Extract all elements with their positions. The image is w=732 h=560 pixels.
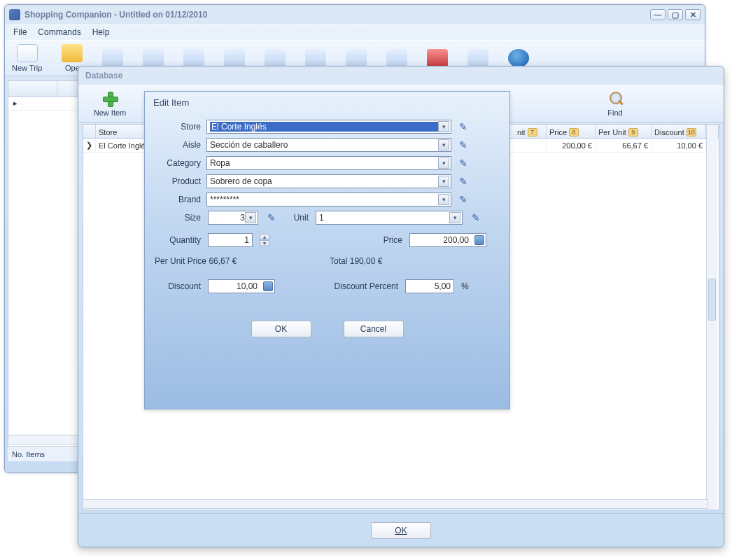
col-price[interactable]: Price 8: [547, 125, 596, 138]
minimize-button[interactable]: —: [650, 9, 666, 20]
label-brand: Brand: [155, 195, 201, 204]
tool-3[interactable]: [102, 49, 123, 67]
row-aisle: Aisle Sección de caballero ▾: [145, 136, 509, 154]
row-perunit-total: Per Unit Price 66,67 € Total 190,00 €: [145, 249, 509, 273]
edit-unit-icon[interactable]: [470, 211, 482, 224]
product-combo[interactable]: Sobrero de copa ▾: [206, 174, 451, 188]
main-titlebar[interactable]: Shopping Companion - Untitled on 01/12/2…: [5, 5, 705, 24]
edit-button-row: OK Cancel: [145, 295, 509, 337]
size-combo[interactable]: 3 ▾: [208, 211, 258, 225]
unit-value: 1: [319, 213, 449, 223]
chevron-down-icon[interactable]: ▾: [449, 212, 460, 223]
tool-help[interactable]: [508, 49, 529, 67]
store-combo[interactable]: El Corte Inglés ▾: [206, 120, 451, 134]
chevron-down-icon[interactable]: ▾: [438, 158, 449, 169]
close-button[interactable]: ✕: [685, 9, 701, 20]
menu-file[interactable]: File: [8, 25, 32, 40]
brand-value: *********: [210, 195, 438, 204]
brand-combo[interactable]: ********* ▾: [206, 192, 451, 206]
menu-help[interactable]: Help: [87, 25, 115, 40]
tool-new-item-label: New Item: [94, 108, 126, 117]
label-aisle: Aisle: [155, 140, 201, 150]
category-combo[interactable]: Ropa ▾: [206, 156, 451, 170]
label-per-unit-price: Per Unit Price: [155, 256, 206, 266]
ok-button[interactable]: OK: [251, 321, 311, 337]
col-badge-9: 9: [628, 128, 638, 136]
edit-product-icon[interactable]: [457, 175, 470, 188]
scrollbar-thumb[interactable]: [708, 279, 716, 321]
col-badge-7: 7: [528, 128, 537, 136]
tool-5[interactable]: [183, 49, 204, 67]
chevron-down-icon[interactable]: ▾: [245, 212, 256, 223]
tool-8[interactable]: [305, 49, 326, 67]
tool-6[interactable]: [224, 49, 245, 67]
tool-4[interactable]: [143, 49, 164, 67]
database-horizontal-scrollbar[interactable]: [83, 499, 708, 509]
aisle-value: Sección de caballero: [210, 140, 438, 150]
label-store: Store: [155, 122, 201, 132]
search-icon: [143, 49, 164, 67]
tool-new-item[interactable]: New Item: [85, 90, 134, 117]
cell-discount[interactable]: 10,00 €: [652, 139, 706, 152]
edit-aisle-icon[interactable]: [457, 139, 470, 151]
help-icon: [508, 49, 529, 67]
edit-category-icon[interactable]: [457, 157, 470, 169]
row-category: Category Ropa ▾: [145, 154, 509, 172]
database-vertical-scrollbar[interactable]: [706, 125, 717, 510]
tool-new-trip[interactable]: New Trip: [12, 44, 42, 72]
tool-10[interactable]: [386, 49, 407, 67]
spin-down-icon[interactable]: ▼: [260, 240, 269, 246]
quantity-stepper[interactable]: ▲ ▼: [260, 234, 269, 246]
new-trip-icon: [17, 44, 38, 62]
discount-value: 10,00: [237, 281, 258, 291]
discount-percent-input[interactable]: 5,00: [405, 279, 454, 293]
app-icon: [9, 9, 20, 20]
col-unit[interactable]: nit 7: [514, 125, 547, 138]
edit-brand-icon[interactable]: [457, 193, 470, 206]
spin-up-icon[interactable]: ▲: [260, 234, 269, 240]
database-ok-button[interactable]: OK: [371, 522, 431, 539]
label-size: Size: [155, 213, 201, 223]
size-value: 3: [211, 213, 245, 223]
cell-unit[interactable]: [514, 139, 547, 152]
price-input[interactable]: 200,00: [409, 233, 486, 247]
calculator-icon[interactable]: [474, 235, 484, 245]
chevron-down-icon[interactable]: ▾: [438, 121, 449, 132]
unit-combo[interactable]: 1 ▾: [316, 211, 463, 225]
tool-12[interactable]: [467, 49, 488, 67]
maximize-button[interactable]: ▢: [668, 9, 683, 20]
discount-input[interactable]: 10,00: [208, 279, 275, 293]
row-product: Product Sobrero de copa ▾: [145, 172, 509, 190]
calculator-icon[interactable]: [263, 281, 273, 291]
aisle-combo[interactable]: Sección de caballero ▾: [206, 138, 451, 152]
quantity-input[interactable]: 1: [208, 233, 253, 247]
col-discount[interactable]: Discount 10: [652, 125, 706, 138]
tool-find[interactable]: Find: [591, 90, 640, 117]
chevron-down-icon[interactable]: ▾: [438, 176, 449, 187]
store-value: El Corte Inglés: [210, 122, 438, 132]
label-unit: Unit: [285, 213, 309, 223]
tool-delete[interactable]: [427, 49, 448, 67]
cell-price[interactable]: 200,00 €: [547, 139, 596, 152]
database-footer: OK: [78, 513, 724, 547]
chevron-down-icon[interactable]: ▾: [438, 139, 449, 150]
chevron-down-icon[interactable]: ▾: [438, 194, 449, 205]
edit-item-panel: Edit Item Store El Corte Inglés ▾ Aisle …: [144, 91, 510, 410]
cell-per-unit[interactable]: 66,67 €: [596, 139, 652, 152]
main-grid-cell-store[interactable]: [22, 97, 84, 110]
percent-symbol: %: [461, 281, 469, 291]
cancel-button[interactable]: Cancel: [344, 321, 404, 337]
tool-icon-3: [102, 49, 123, 67]
tool-9[interactable]: [346, 49, 367, 67]
tool-icon-9: [346, 49, 367, 67]
edit-store-icon[interactable]: [457, 120, 470, 133]
database-titlebar[interactable]: Database: [78, 66, 724, 85]
label-discount: Discount: [155, 281, 201, 291]
tool-icon-8: [305, 49, 326, 67]
open-icon: [62, 44, 83, 62]
menu-commands[interactable]: Commands: [32, 25, 86, 40]
edit-size-icon[interactable]: [265, 211, 278, 224]
col-per-unit[interactable]: Per Unit 9: [596, 125, 652, 138]
total-value: 190,00 €: [350, 256, 383, 266]
tool-7[interactable]: [265, 49, 286, 67]
